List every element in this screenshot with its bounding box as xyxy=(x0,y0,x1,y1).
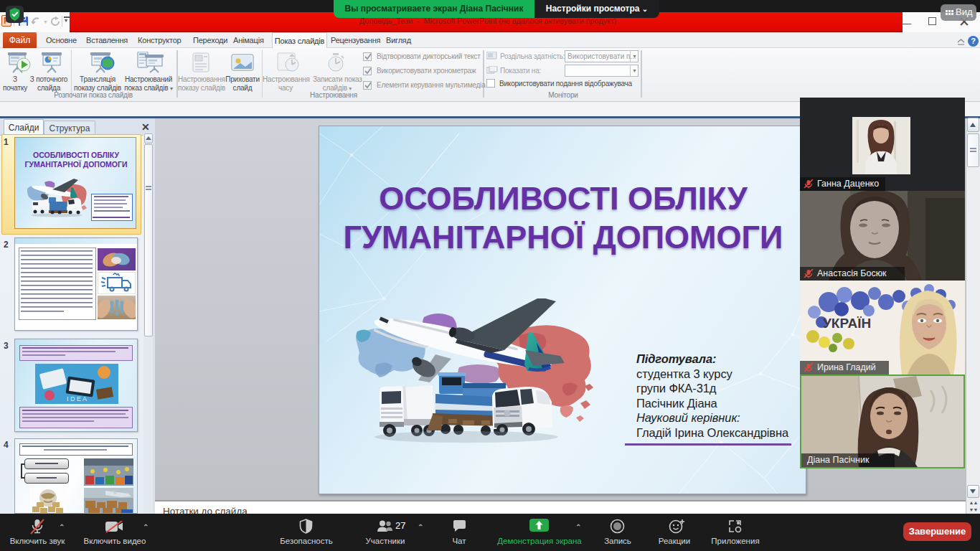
svg-text:I D E A: I D E A xyxy=(67,395,87,402)
svg-text:УКРАЇН: УКРАЇН xyxy=(823,316,871,331)
